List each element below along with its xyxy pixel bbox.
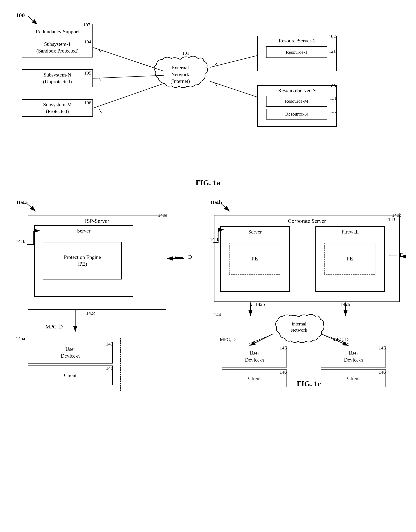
- ref-132: 132: [330, 109, 337, 114]
- fig1c-diagram: 104b Corporate Server Server: [210, 199, 408, 377]
- svg-line-35: [249, 334, 273, 346]
- ref-142a: 142a: [86, 310, 95, 316]
- svg-line-3: [94, 48, 164, 71]
- ref-146-1b: 146: [106, 365, 113, 371]
- ref-121: 121: [329, 49, 336, 54]
- ref-145-1b: 145: [106, 341, 113, 347]
- internal-network-label: Internal Network: [279, 321, 319, 333]
- resource-serverN-box: ResourceServer-N Resource-M Resource-N: [257, 85, 337, 127]
- resource-serverN-label: ResourceServer-N: [258, 88, 336, 93]
- page: 100 Redundancy Support 107 Subsystem-1 (…: [0, 0, 416, 532]
- svg-line-37: [249, 334, 273, 344]
- ref-146-1c-left: 146: [280, 369, 287, 375]
- ref-145-1c-left: 145: [280, 345, 287, 351]
- D-label-1c: D: [388, 252, 404, 258]
- fig1bc-row: 104a ISP-Server Server: [16, 199, 400, 388]
- fig1c-arrows: [210, 199, 408, 397]
- user-device-box-1b: User Device-n: [28, 342, 113, 364]
- D-label-1b: D: [174, 254, 192, 260]
- fig1a-diagram: 100 Redundancy Support 107 Subsystem-1 (…: [16, 12, 400, 174]
- svg-line-10: [215, 62, 217, 66]
- resource-server1-label: ResourceServer-1: [258, 38, 336, 44]
- svg-line-5: [94, 75, 164, 78]
- svg-line-11: [210, 81, 257, 97]
- fig1b-section: 104a ISP-Server Server: [16, 199, 194, 388]
- ref-102: 102: [329, 34, 336, 39]
- fig1b-diagram: 104a ISP-Server Server: [16, 199, 194, 377]
- fig1a-title: FIG. 1a: [16, 178, 400, 187]
- ref-145-1c-right: 145: [378, 345, 386, 351]
- resourceN-box: Resource-N: [266, 109, 327, 119]
- resource1-box: Resource-1: [266, 46, 327, 58]
- ref-145a: 145a: [16, 336, 25, 341]
- fig1a-connections: [16, 12, 412, 151]
- client-box-1c-right: Client: [321, 369, 386, 387]
- ref-103: 103: [329, 83, 336, 89]
- svg-line-6: [99, 78, 101, 81]
- svg-line-7: [94, 83, 164, 108]
- resourceM-box: Resource-M: [266, 96, 327, 107]
- fig1c-section: 104b Corporate Server Server: [210, 199, 408, 388]
- resource-server1-box: ResourceServer-1 Resource-1: [257, 36, 337, 71]
- internal-network-cloud: Internal Network: [271, 312, 327, 348]
- ref-131: 131: [330, 96, 337, 101]
- ref-146-1c-right: 146: [378, 369, 386, 375]
- mpc-d-label-1c-left: MPC, D: [220, 337, 236, 342]
- svg-line-9: [210, 56, 257, 67]
- user-device-box-1c-left: User Device-n: [222, 346, 287, 367]
- mpc-d-label-1c-right: MPC, D: [333, 337, 349, 342]
- fig1b-arrows: [16, 199, 194, 318]
- client-box-1b: Client: [28, 365, 113, 385]
- user-device-box-1c-right: User Device-n: [321, 346, 386, 367]
- svg-line-8: [99, 109, 101, 113]
- client-box-1c-left: Client: [222, 369, 287, 387]
- mpc-d-label-1b: MPC, D: [46, 324, 63, 330]
